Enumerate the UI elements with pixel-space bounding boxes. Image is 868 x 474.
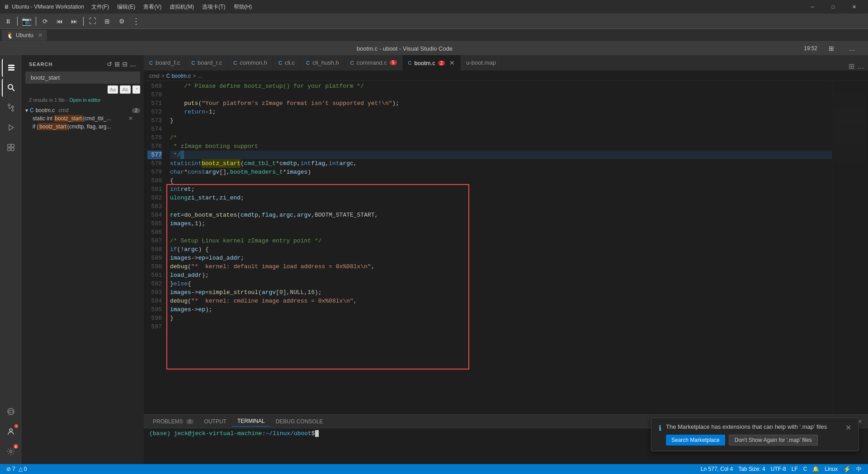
more-tabs-icon[interactable]: … <box>857 62 864 71</box>
ubuntu-tab-close[interactable]: ✕ <box>38 32 42 38</box>
activity-debug[interactable] <box>2 118 20 137</box>
activity-account[interactable]: ! <box>2 422 20 441</box>
activity-settings[interactable]: 1 <box>2 442 20 460</box>
search-regex[interactable]: .* <box>132 85 140 94</box>
menu-vm[interactable]: 虚拟机(M) <box>166 1 198 13</box>
tab-debug-console[interactable]: DEBUG CONSOLE <box>270 417 329 427</box>
dont-show-again-button[interactable]: Don't Show Again for '.map' files <box>729 435 818 446</box>
vscode-icon-more[interactable]: … <box>842 42 863 55</box>
code-line-594[interactable]: debug("* kernel: cmdline image address =… <box>170 297 832 305</box>
ubuntu-tab[interactable]: 🐧 Ubuntu ✕ <box>2 30 47 41</box>
revert-button[interactable]: ⟳ <box>39 15 52 28</box>
breadcrumb-file[interactable]: C bootm.c <box>166 73 191 79</box>
code-line-597[interactable] <box>170 322 832 331</box>
status-errors[interactable]: ⊘ 7 △ 0 <box>4 466 29 472</box>
forward-button[interactable]: ⏭ <box>68 15 80 28</box>
breadcrumb-more[interactable]: ... <box>198 73 202 79</box>
status-extra-1[interactable]: ⚡ <box>840 465 854 473</box>
split-editor-icon[interactable]: ⊞ <box>849 62 854 71</box>
menu-file[interactable]: 文件(F) <box>88 1 113 13</box>
tab-common-h[interactable]: C common.h <box>228 55 273 71</box>
search-file-header[interactable]: ▾ C bootm.c cmd 2 <box>22 106 144 114</box>
code-line-576[interactable]: * zImage booting support <box>170 142 832 151</box>
fullscreen-button[interactable]: ⛶ <box>86 15 99 28</box>
activity-git[interactable] <box>2 99 20 117</box>
status-encoding[interactable]: UTF-8 <box>768 466 789 472</box>
tab-uboot-map[interactable]: u-boot.map <box>461 55 502 71</box>
code-line-589[interactable]: images->ep = load_addr; <box>170 254 832 262</box>
sidebar-refresh-icon[interactable]: ↺ <box>107 61 113 68</box>
status-linux[interactable]: Linux <box>822 466 840 472</box>
tab-command-c[interactable]: C command.c 5 <box>345 55 403 71</box>
menu-help[interactable]: 帮助(H) <box>230 1 256 13</box>
sidebar-more-icon[interactable]: … <box>130 61 137 68</box>
tab-close-7[interactable]: ✕ <box>449 59 455 66</box>
tab-terminal[interactable]: TERMINAL <box>232 416 270 427</box>
tab-board-r-c[interactable]: C board_r.c <box>186 55 228 71</box>
tab-bootm-c[interactable]: C bootm.c 2 ✕ <box>403 55 461 71</box>
code-line-588[interactable]: if (!argc) { <box>170 245 832 254</box>
tab-cli-c[interactable]: C cli.c <box>273 55 301 71</box>
breadcrumb-cmd[interactable]: cmd <box>149 73 160 79</box>
status-ime[interactable]: 中 <box>854 465 864 473</box>
code-line-595[interactable]: images->ep); <box>170 305 832 314</box>
code-line-582[interactable]: ulong zi_start, zi_end; <box>170 194 832 202</box>
code-line-585[interactable]: images, 1); <box>170 219 832 228</box>
code-line-579[interactable]: char * const argv[], bootm_headers_t *im… <box>170 168 832 176</box>
pause-button[interactable]: ⏸ <box>2 15 14 28</box>
code-line-587[interactable]: /* Setup Linux kernel zImage entry point… <box>170 237 832 245</box>
minimize-button[interactable]: ─ <box>802 0 823 14</box>
activity-remote[interactable] <box>2 403 20 421</box>
code-line-592[interactable]: } else { <box>170 280 832 288</box>
code-line-569[interactable]: /* Please define bootz_setup() for your … <box>170 82 832 90</box>
code-line-577[interactable]: */ <box>170 151 832 159</box>
activity-search[interactable] <box>2 79 20 97</box>
tab-output[interactable]: OUTPUT <box>199 417 232 427</box>
sidebar-collapse-icon[interactable]: ⊟ <box>122 61 128 68</box>
notification-close-button[interactable]: ✕ <box>845 423 851 432</box>
search-case-sensitive[interactable]: Aa <box>108 85 118 94</box>
tab-board-f-c[interactable]: C board_f.c <box>144 55 186 71</box>
code-line-596[interactable]: } <box>170 314 832 322</box>
sidebar-clear-icon[interactable]: ⊞ <box>114 61 120 68</box>
activity-explorer[interactable] <box>2 59 20 77</box>
code-line-578[interactable]: static int bootz_start(cmd_tbl_t *cmdtp,… <box>170 159 832 168</box>
back-button[interactable]: ⏮ <box>53 15 66 28</box>
close-button[interactable]: ✕ <box>844 0 864 14</box>
code-line-571[interactable]: puts("Your platform's zImage format isn'… <box>170 99 832 108</box>
code-line-574[interactable] <box>170 125 832 133</box>
unity-button[interactable]: ⊞ <box>101 15 113 28</box>
code-line-591[interactable]: load_addr); <box>170 271 832 280</box>
status-notifications[interactable]: 🔔 <box>810 466 822 472</box>
status-ln-col[interactable]: Ln 577, Col 4 <box>698 466 736 472</box>
code-content[interactable]: /* Please define bootz_setup() for your … <box>166 81 832 414</box>
search-whole-word[interactable]: Ab <box>120 85 130 94</box>
activity-extensions[interactable] <box>2 138 20 156</box>
code-line-593[interactable]: images->ep = simple_strtoul(argv[0], NUL… <box>170 288 832 297</box>
code-line-584[interactable]: ret = do_bootm_states(cmdtp, flag, argc,… <box>170 211 832 219</box>
code-line-580[interactable]: { <box>170 176 832 185</box>
screenshot-button[interactable]: 📷 <box>20 15 33 28</box>
search-match-1[interactable]: static int bootz_start(cmd_tbl_... ✕ <box>22 114 144 123</box>
tab-problems[interactable]: PROBLEMS 7 <box>147 417 199 427</box>
search-marketplace-button[interactable]: Search Marketplace <box>666 435 725 446</box>
code-line-586[interactable] <box>170 228 832 237</box>
menu-edit[interactable]: 编辑(E) <box>113 1 139 13</box>
menu-tab[interactable]: 选项卡(T) <box>198 1 229 13</box>
code-line-581[interactable]: int ret; <box>170 185 832 194</box>
status-eol[interactable]: LF <box>789 466 801 472</box>
code-line-575[interactable]: /* <box>170 133 832 142</box>
search-match-2[interactable]: if (bootz_start(cmdtp, flag, arg... <box>22 123 144 131</box>
settings-button[interactable]: ⚙ <box>115 15 128 28</box>
more-button[interactable]: ⋮ <box>130 15 142 28</box>
search-input[interactable] <box>29 73 137 82</box>
status-tab-size[interactable]: Tab Size: 4 <box>736 466 768 472</box>
menu-view[interactable]: 查看(V) <box>140 1 165 13</box>
maximize-button[interactable]: □ <box>823 0 844 14</box>
code-line-572[interactable]: return -1; <box>170 108 832 116</box>
code-line-590[interactable]: debug("* kernel: default image load addr… <box>170 262 832 271</box>
code-line-583[interactable] <box>170 202 832 211</box>
open-in-editor-link[interactable]: Open in editor <box>69 97 100 103</box>
status-lang[interactable]: C <box>801 466 810 472</box>
code-line-573[interactable]: } <box>170 116 832 125</box>
